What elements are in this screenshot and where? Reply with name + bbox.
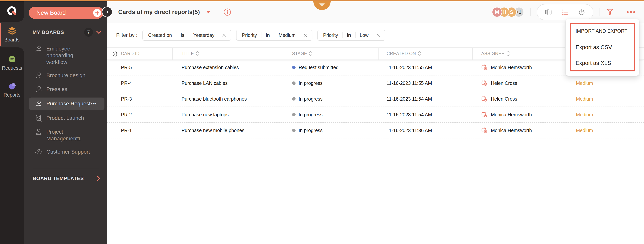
chevron-down-icon[interactable] <box>96 30 102 35</box>
cell-assignee: Monica Hemsworth <box>481 123 532 138</box>
cell-title[interactable]: Purchase extension cables <box>182 60 239 75</box>
cell-card-id[interactable]: PR-2 <box>121 107 132 122</box>
divider <box>600 8 600 16</box>
sort-icon[interactable] <box>418 50 421 57</box>
chevron-down-icon <box>319 4 325 6</box>
board-item-customer-support[interactable]: Customer Support <box>24 145 107 159</box>
chip-value: Yesterday <box>189 33 219 38</box>
rail-label-reports: Reports <box>4 92 20 98</box>
avatar[interactable]: M <box>492 7 502 17</box>
column-label: STAGE <box>292 51 307 56</box>
sort-icon[interactable] <box>196 50 199 57</box>
person-board-icon <box>35 128 42 136</box>
column-header-created-on[interactable]: CREATED ON <box>386 48 421 60</box>
stage-dot <box>292 129 296 132</box>
board-templates-link[interactable]: BOARD TEMPLATES <box>24 175 107 182</box>
column-settings-gear-icon[interactable] <box>112 51 118 57</box>
board-item-project-management1[interactable]: Project Management1 <box>24 125 107 145</box>
boards-sidebar: New Board MY BOARDS 7 <box>24 1 107 244</box>
view-selector-caret-icon[interactable] <box>206 11 211 14</box>
remove-filter-icon[interactable] <box>219 33 230 37</box>
cell-created-on: 11-16-2023 11:36 AM <box>386 123 432 138</box>
sidebar-item-reports[interactable]: Reports <box>0 82 24 98</box>
info-icon[interactable] <box>223 8 231 16</box>
top-accent-bar <box>0 0 644 1</box>
new-board-button[interactable]: New Board <box>29 7 104 19</box>
table-row[interactable]: PR-2 Purchase new laptops In progress 11… <box>107 107 644 123</box>
assignee-avatars[interactable]: M H S +1 <box>492 7 524 17</box>
cell-priority[interactable]: Medium <box>576 107 593 122</box>
column-header-assignee[interactable]: ASSIGNEE <box>481 48 510 60</box>
assignee-name: Monica Hemsworth <box>491 65 532 70</box>
board-item-product-launch[interactable]: Product Launch <box>24 111 107 125</box>
menu-item-export-xls[interactable]: Export as XLS <box>576 60 611 66</box>
stage-dot <box>292 81 296 85</box>
import-export-menu: IMPORT AND EXPORT Export as CSV Export a… <box>566 19 640 76</box>
cell-title[interactable]: Purchase bluetooth earphones <box>182 91 247 106</box>
view-title: Cards of my direct reports(5) <box>118 9 200 16</box>
more-options-icon[interactable] <box>626 11 636 14</box>
board-item-label: Customer Support <box>46 148 90 155</box>
remove-filter-icon[interactable] <box>300 33 311 37</box>
cell-assignee: Helen Cross <box>481 75 517 91</box>
cell-card-id[interactable]: PR-5 <box>121 60 132 75</box>
sidebar-collapse-button[interactable] <box>102 7 112 17</box>
cell-stage: In progress <box>292 91 322 106</box>
board-item-purchase-request[interactable]: Purchase Request••• <box>29 97 104 110</box>
sidebar-divider <box>32 168 100 168</box>
qntrl-logo-icon <box>6 5 18 18</box>
cell-stage: Request submitted <box>292 60 338 75</box>
board-item-label: Presales <box>46 86 67 92</box>
rail-label-requests: Requests <box>2 65 22 71</box>
cell-priority[interactable]: Medium <box>576 75 593 91</box>
column-divider <box>472 48 473 60</box>
cell-priority[interactable]: Medium <box>576 91 593 106</box>
table-row[interactable]: PR-1 Purchase new mobile phones In progr… <box>107 123 644 139</box>
cell-assignee: Monica Hemsworth <box>481 107 532 122</box>
cell-title[interactable]: Purchase new laptops <box>182 107 229 122</box>
chevron-right-icon <box>96 175 101 182</box>
main-content: Cards of my direct reports(5) M H S +1 <box>107 1 644 244</box>
sort-icon[interactable] <box>506 50 510 57</box>
assignee-schedule-icon <box>481 64 488 70</box>
sort-icon[interactable] <box>309 50 312 57</box>
list-view-icon[interactable] <box>561 9 569 16</box>
workflow-board-icon <box>35 85 42 93</box>
table-body: PR-5 Purchase extension cables Request s… <box>107 60 644 139</box>
cell-card-id[interactable]: PR-1 <box>121 123 132 138</box>
table-row[interactable]: PR-3 Purchase bluetooth earphones In pro… <box>107 91 644 107</box>
board-item-employee-onboarding[interactable]: Employee onboarding workflow <box>24 42 107 69</box>
cell-title[interactable]: Purchase new mobile phones <box>182 123 244 138</box>
column-header-stage[interactable]: STAGE <box>292 48 312 60</box>
board-item-brochure-design[interactable]: Brochure design <box>24 69 107 83</box>
cell-priority[interactable]: Medium <box>576 123 593 138</box>
chart-view-icon[interactable] <box>578 9 585 16</box>
column-header-title[interactable]: TITLE <box>182 48 199 60</box>
sidebar-item-requests[interactable]: Requests <box>0 55 24 71</box>
chip-value: Low <box>356 33 373 38</box>
filter-chip-priority-low[interactable]: Priority In Low <box>318 30 385 41</box>
menu-item-export-csv[interactable]: Export as CSV <box>576 44 612 51</box>
table-row[interactable]: PR-4 Purchase LAN cables In progress 11-… <box>107 75 644 91</box>
cell-created-on: 11-16-2023 11:55 AM <box>386 60 432 75</box>
table-row[interactable]: PR-5 Purchase extension cables Request s… <box>107 60 644 75</box>
remove-filter-icon[interactable] <box>373 33 384 37</box>
filter-icon[interactable] <box>606 8 614 16</box>
cell-card-id[interactable]: PR-3 <box>121 91 132 106</box>
kanban-view-icon[interactable] <box>545 9 552 16</box>
cell-card-id[interactable]: PR-4 <box>121 75 132 91</box>
stage-label: In progress <box>298 96 322 102</box>
cell-title[interactable]: Purchase LAN cables <box>182 75 228 91</box>
filter-chip-priority-medium[interactable]: Priority In Medium <box>236 30 312 41</box>
my-boards-header[interactable]: MY BOARDS 7 <box>24 28 107 37</box>
cell-assignee: Monica Hemsworth <box>481 60 532 75</box>
product-launch-board-icon <box>35 114 42 122</box>
workflow-board-icon <box>35 72 42 79</box>
app-logo[interactable] <box>0 1 24 22</box>
board-item-presales[interactable]: Presales <box>24 83 107 96</box>
sidebar-item-boards[interactable]: Boards <box>0 22 24 47</box>
column-header-card-id[interactable]: CARD ID <box>121 48 140 60</box>
filter-chip-created-on[interactable]: Created on Is Yesterday <box>142 30 231 41</box>
nav-rail: Boards Requests Reports <box>0 1 24 244</box>
board-item-label: Project Management1 <box>46 129 94 142</box>
